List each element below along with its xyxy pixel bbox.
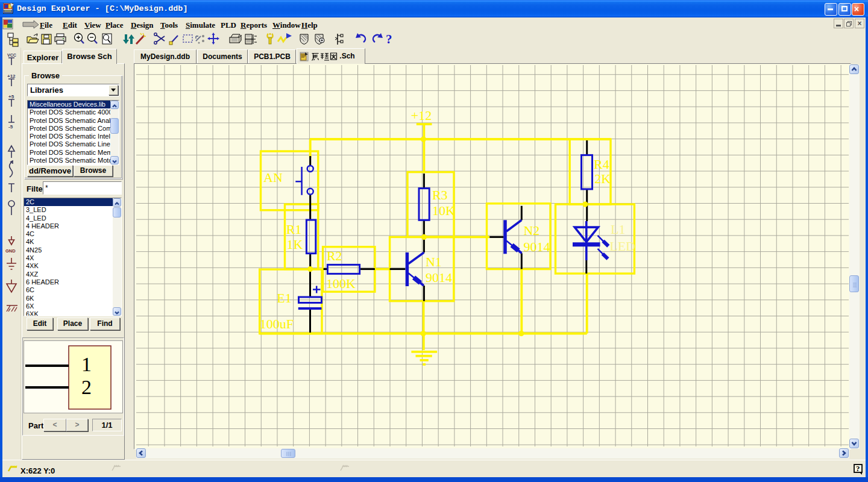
svg-text:LED: LED — [609, 239, 635, 254]
svg-text:L1: L1 — [611, 222, 625, 237]
svg-text:?: ? — [856, 464, 860, 473]
svg-text:N2: N2 — [523, 223, 539, 238]
svg-text:R2: R2 — [327, 248, 342, 263]
svg-text:2K: 2K — [594, 171, 611, 186]
svg-text:R4: R4 — [594, 157, 609, 172]
svg-text:100uF: 100uF — [260, 316, 294, 331]
svg-text:1K: 1K — [287, 237, 303, 252]
svg-text:VCC: VCC — [7, 53, 16, 57]
svg-text:10K: 10K — [432, 203, 455, 218]
svg-text:9014: 9014 — [523, 239, 550, 254]
svg-text:GND: GND — [5, 248, 16, 254]
svg-text:?: ? — [386, 32, 392, 46]
svg-text:+5: +5 — [8, 94, 14, 99]
svg-text:1: 1 — [81, 353, 92, 375]
svg-text:9014: 9014 — [426, 270, 452, 285]
svg-text:AN: AN — [263, 170, 283, 185]
svg-text:R3: R3 — [432, 187, 448, 202]
svg-text:+12: +12 — [411, 108, 432, 123]
svg-text:-5: -5 — [8, 124, 13, 130]
svg-text:R1: R1 — [286, 222, 302, 237]
svg-text:N1: N1 — [426, 254, 442, 269]
svg-text:E1: E1 — [277, 290, 291, 305]
svg-text:2: 2 — [81, 376, 92, 398]
svg-text:100K: 100K — [326, 276, 356, 291]
svg-text:+12: +12 — [7, 74, 16, 79]
